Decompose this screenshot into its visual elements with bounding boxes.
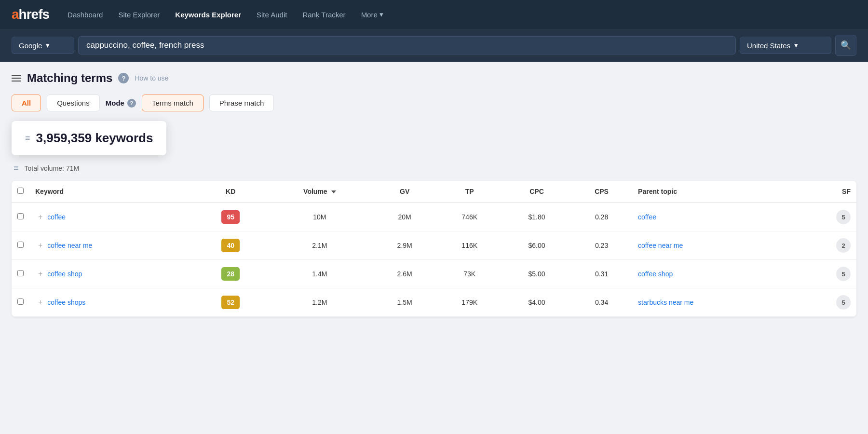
add-keyword-btn[interactable]: + <box>35 270 45 278</box>
help-icon[interactable]: ? <box>118 73 129 83</box>
logo[interactable]: ahrefs <box>12 7 49 22</box>
row-cpc-cell: $6.00 <box>502 231 571 260</box>
parent-topic-link[interactable]: starbucks near me <box>638 298 693 306</box>
total-volume: Total volume: 71M <box>25 164 80 172</box>
row-gv-cell: 1.5M <box>373 288 437 317</box>
row-tp-cell: 73K <box>436 260 502 288</box>
subtitle-drag-icon: ≡ <box>14 163 19 173</box>
nav-rank-tracker[interactable]: Rank Tracker <box>296 7 352 23</box>
table-row: + coffee shops 52 1.2M 1.5M 179K $4.00 0… <box>12 288 856 317</box>
keyword-count-popup: ≡ 3,959,359 keywords <box>12 121 166 155</box>
nav-site-explorer[interactable]: Site Explorer <box>111 7 166 23</box>
main-content: Matching terms ? How to use All Question… <box>0 62 868 326</box>
row-checkbox-cell <box>12 231 29 260</box>
row-tp-cell: 116K <box>436 231 502 260</box>
row-kd-cell: 40 <box>195 231 267 260</box>
keyword-link[interactable]: coffee <box>47 213 66 221</box>
row-checkbox-2[interactable] <box>17 270 24 276</box>
row-sf-cell: 2 <box>794 231 856 260</box>
how-to-use-link[interactable]: How to use <box>135 74 168 82</box>
row-sf-cell: 5 <box>794 260 856 288</box>
row-sf-cell: 5 <box>794 203 856 231</box>
table-row: + coffee 95 10M 20M 746K $1.80 0.28 coff… <box>12 203 856 231</box>
keyword-link[interactable]: coffee shops <box>47 298 85 306</box>
row-keyword-cell: + coffee shops <box>29 288 195 317</box>
sf-badge: 5 <box>836 210 851 224</box>
row-parent-topic-cell: coffee near me <box>632 231 794 260</box>
logo-hrefs: hrefs <box>19 7 49 22</box>
country-label: United States <box>747 41 790 50</box>
row-cpc-cell: $1.80 <box>502 203 571 231</box>
sf-badge: 2 <box>836 238 851 253</box>
filter-questions[interactable]: Questions <box>47 95 100 111</box>
row-cps-cell: 0.34 <box>571 288 632 317</box>
row-volume-cell: 1.4M <box>267 260 373 288</box>
parent-topic-link[interactable]: coffee shop <box>638 270 673 278</box>
sf-badge: 5 <box>836 267 851 281</box>
nav-site-audit[interactable]: Site Audit <box>250 7 294 23</box>
row-gv-cell: 20M <box>373 203 437 231</box>
header: ahrefs Dashboard Site Explorer Keywords … <box>0 0 868 29</box>
nav-more[interactable]: More ▾ <box>354 6 390 23</box>
hamburger-icon[interactable] <box>12 75 21 81</box>
col-keyword: Keyword <box>29 181 195 203</box>
row-volume-cell: 10M <box>267 203 373 231</box>
mode-help-icon[interactable]: ? <box>127 99 136 108</box>
filter-terms-match[interactable]: Terms match <box>142 95 203 111</box>
row-parent-topic-cell: coffee <box>632 203 794 231</box>
search-input-wrap <box>78 36 736 54</box>
filters-row: All Questions Mode ? Terms match Phrase … <box>12 95 856 111</box>
row-parent-topic-cell: starbucks near me <box>632 288 794 317</box>
col-gv: GV <box>373 181 437 203</box>
kd-badge: 52 <box>221 296 240 309</box>
row-checkbox-0[interactable] <box>17 213 24 219</box>
main-nav: Dashboard Site Explorer Keywords Explore… <box>61 6 390 23</box>
keyword-link[interactable]: coffee near me <box>47 242 92 249</box>
row-checkbox-cell <box>12 288 29 317</box>
col-cps: CPS <box>571 181 632 203</box>
filter-phrase-match[interactable]: Phrase match <box>209 95 274 111</box>
nav-more-label: More <box>361 11 378 19</box>
col-cpc: CPC <box>502 181 571 203</box>
filter-all[interactable]: All <box>12 95 41 111</box>
row-parent-topic-cell: coffee shop <box>632 260 794 288</box>
row-cps-cell: 0.23 <box>571 231 632 260</box>
row-kd-cell: 28 <box>195 260 267 288</box>
col-parent-topic: Parent topic <box>632 181 794 203</box>
col-sf: SF <box>794 181 856 203</box>
kd-badge: 95 <box>221 210 240 224</box>
search-input[interactable] <box>86 41 728 50</box>
table-body: + coffee 95 10M 20M 746K $1.80 0.28 coff… <box>12 203 856 317</box>
keyword-link[interactable]: coffee shop <box>47 270 82 278</box>
select-all-checkbox[interactable] <box>17 188 24 194</box>
parent-topic-link[interactable]: coffee near me <box>638 242 683 249</box>
row-checkbox-3[interactable] <box>17 298 24 305</box>
add-keyword-btn[interactable]: + <box>35 213 45 221</box>
parent-topic-link[interactable]: coffee <box>638 213 656 221</box>
keywords-table: Keyword KD Volume GV TP CPC CPS Parent t… <box>12 181 856 317</box>
sf-badge: 5 <box>836 295 851 310</box>
search-button[interactable]: 🔍 <box>835 35 856 56</box>
add-keyword-btn[interactable]: + <box>35 241 45 249</box>
table-row: + coffee shop 28 1.4M 2.6M 73K $5.00 0.3… <box>12 260 856 288</box>
nav-keywords-explorer[interactable]: Keywords Explorer <box>168 7 248 23</box>
row-volume-cell: 1.2M <box>267 288 373 317</box>
kd-badge: 28 <box>221 267 240 281</box>
row-checkbox-cell <box>12 203 29 231</box>
drag-icon: ≡ <box>25 133 30 143</box>
table-row: + coffee near me 40 2.1M 2.9M 116K $6.00… <box>12 231 856 260</box>
country-select[interactable]: United States ▾ <box>740 37 831 54</box>
col-select-all[interactable] <box>12 181 29 203</box>
keyword-count: 3,959,359 keywords <box>36 131 153 146</box>
engine-select[interactable]: Google ▾ <box>12 37 74 54</box>
col-kd: KD <box>195 181 267 203</box>
engine-label: Google <box>19 41 42 50</box>
col-volume[interactable]: Volume <box>267 181 373 203</box>
add-keyword-btn[interactable]: + <box>35 298 45 306</box>
nav-dashboard[interactable]: Dashboard <box>61 7 109 23</box>
engine-chevron: ▾ <box>46 41 50 50</box>
table-header: Keyword KD Volume GV TP CPC CPS Parent t… <box>12 181 856 203</box>
row-tp-cell: 179K <box>436 288 502 317</box>
row-gv-cell: 2.6M <box>373 260 437 288</box>
row-checkbox-1[interactable] <box>17 242 24 248</box>
